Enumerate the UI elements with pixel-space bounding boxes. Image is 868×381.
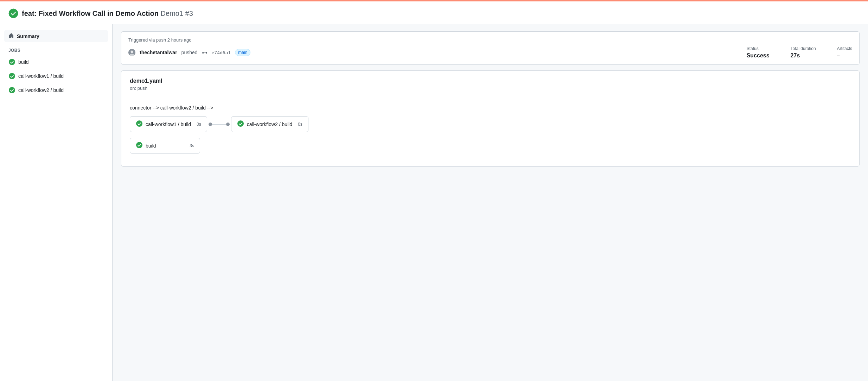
graph-connector-1	[207, 123, 231, 126]
svg-point-1	[9, 59, 15, 65]
connector-dot-left	[209, 123, 212, 126]
page-title-subtitle: Demo1 #3	[161, 10, 193, 17]
page-title-main: feat: Fixed Workflow Call in Demo Action	[22, 10, 159, 17]
commit-link-icon: ⊶	[202, 49, 208, 56]
job-success-icon-call-workflow1	[8, 73, 15, 80]
sidebar-item-summary[interactable]: Summary	[4, 30, 108, 42]
graph-row-1: call-workflow1 / build 0s	[130, 116, 851, 132]
node-label-call-workflow2: call-workflow2 / build	[247, 121, 292, 127]
node-duration-call-workflow2: 0s	[298, 122, 302, 127]
artifacts-value: –	[837, 52, 852, 58]
sidebar-item-call-workflow1-build[interactable]: call-workflow1 / build	[4, 70, 108, 82]
artifacts-label: Artifacts	[837, 46, 852, 51]
sidebar-item-build[interactable]: build	[4, 56, 108, 68]
node-label-build: build	[146, 143, 184, 149]
job-label-call-workflow1: call-workflow1 / build	[18, 73, 64, 79]
node-success-icon-call-workflow1	[136, 120, 143, 128]
action-text: pushed	[181, 50, 198, 55]
node-label-call-workflow1: call-workflow1 / build	[146, 121, 191, 127]
node-success-icon-call-workflow2	[237, 120, 244, 128]
trigger-info-card: Triggered via push 2 hours ago thechetan…	[121, 31, 860, 65]
trigger-text: Triggered via push 2 hours ago	[128, 37, 852, 43]
success-status-icon	[8, 8, 18, 18]
graph-node-build[interactable]: build 3s	[130, 138, 200, 154]
status-label: Status	[747, 46, 770, 51]
workflow-trigger: on: push	[130, 86, 851, 91]
node-success-icon-build	[136, 142, 143, 150]
svg-point-7	[136, 120, 142, 127]
actor-name: thechetantalwar	[140, 50, 177, 55]
svg-point-3	[9, 87, 15, 93]
duration-col: Total duration 27s	[791, 46, 816, 59]
sidebar-item-call-workflow2-build[interactable]: call-workflow2 / build	[4, 84, 108, 96]
job-label-call-workflow2: call-workflow2 / build	[18, 87, 64, 93]
summary-label: Summary	[17, 33, 39, 39]
svg-point-8	[237, 120, 244, 127]
job-success-icon-build	[8, 58, 15, 65]
connector-line	[212, 124, 226, 125]
status-value: Success	[747, 52, 770, 59]
jobs-section-label: Jobs	[4, 48, 108, 53]
svg-point-2	[9, 73, 15, 79]
main-layout: Summary Jobs build call-workflow1 / buil…	[0, 24, 868, 381]
connector-dot-right	[226, 123, 230, 126]
commit-hash: e74d6a1	[212, 50, 231, 55]
svg-point-9	[136, 142, 142, 148]
workflow-filename: demo1.yaml	[130, 78, 851, 84]
status-section: Status Success Total duration 27s Artifa…	[747, 46, 852, 59]
graph-node-call-workflow2[interactable]: call-workflow2 / build 0s	[231, 116, 308, 132]
graph-node-call-workflow1[interactable]: call-workflow1 / build 0s	[130, 116, 207, 132]
duration-label: Total duration	[791, 46, 816, 51]
sidebar: Summary Jobs build call-workflow1 / buil…	[0, 24, 113, 381]
home-icon	[8, 33, 14, 39]
node-duration-call-workflow1: 0s	[197, 122, 201, 127]
status-col: Status Success	[747, 46, 770, 59]
job-label-build: build	[18, 59, 29, 65]
page-header: feat: Fixed Workflow Call in Demo Action…	[0, 1, 868, 24]
branch-badge[interactable]: main	[235, 49, 250, 56]
duration-value: 27s	[791, 52, 816, 59]
workflow-graph: connector --> call-workflow2 / build -->…	[130, 99, 851, 159]
node-duration-build: 3s	[190, 143, 194, 148]
actor-avatar	[128, 49, 135, 56]
workflow-card: demo1.yaml on: push connector --> call-w…	[121, 70, 860, 167]
graph-row-2: build 3s	[130, 138, 851, 154]
artifacts-col: Artifacts –	[837, 46, 852, 58]
job-success-icon-call-workflow2	[8, 87, 15, 94]
svg-point-5	[131, 51, 133, 53]
actor-info-row: thechetantalwar pushed ⊶ e74d6a1 main	[128, 49, 250, 56]
page-title: feat: Fixed Workflow Call in Demo Action…	[22, 10, 193, 18]
content-area: Triggered via push 2 hours ago thechetan…	[113, 24, 868, 381]
svg-point-0	[9, 9, 18, 18]
